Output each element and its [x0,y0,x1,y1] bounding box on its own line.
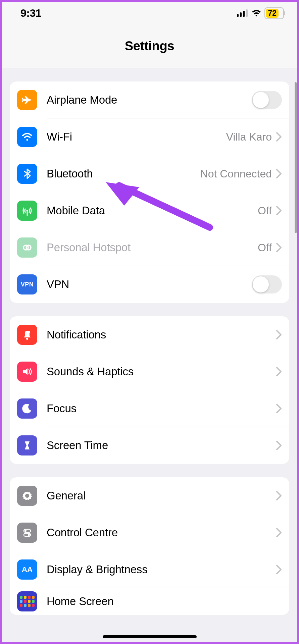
row-label: Personal Hotspot [47,241,258,254]
svg-point-12 [24,530,27,532]
svg-point-14 [28,534,30,536]
control-centre-icon [17,523,37,543]
connectivity-group: Airplane Mode Wi-Fi Villa Karo [10,82,289,303]
chevron-right-icon [276,132,282,142]
svg-point-4 [27,139,28,141]
notifications-icon [17,325,37,345]
row-label: Focus [47,402,276,415]
row-notifications[interactable]: Notifications [10,316,289,353]
row-label: Display & Brightness [47,563,276,576]
row-label: Mobile Data [47,204,258,217]
battery-percent: 72 [266,9,279,18]
chevron-right-icon [276,404,282,414]
row-focus[interactable]: Focus [10,390,289,427]
display-icon: AA [17,559,37,580]
row-label: General [47,489,276,502]
wifi-status-icon [251,9,262,17]
chevron-right-icon [276,330,282,340]
row-screen-time[interactable]: Screen Time [10,427,289,464]
row-airplane-mode[interactable]: Airplane Mode [10,82,289,118]
alerts-group: Notifications Sounds & Haptics [10,316,289,464]
sounds-icon [17,362,37,382]
row-bluetooth[interactable]: Bluetooth Not Connected [10,155,289,192]
bluetooth-icon [17,164,37,184]
row-detail: Villa Karo [226,131,272,143]
row-label: Sounds & Haptics [47,365,276,378]
row-label: Bluetooth [47,167,200,180]
row-sounds[interactable]: Sounds & Haptics [10,353,289,390]
svg-rect-3 [246,9,248,17]
status-bar: 9:31 72 [2,2,297,24]
hotspot-icon [17,237,37,258]
row-label: Airplane Mode [47,94,252,106]
row-mobile-data[interactable]: Mobile Data Off [10,192,289,229]
row-general[interactable]: General [10,477,289,514]
svg-rect-2 [243,11,245,17]
row-display[interactable]: AA Display & Brightness [10,551,289,588]
status-time: 9:31 [20,7,41,19]
row-label: Notifications [47,328,276,341]
row-control-centre[interactable]: Control Centre [10,514,289,551]
airplane-icon [17,90,37,110]
chevron-right-icon [276,206,282,216]
settings-content[interactable]: Airplane Mode Wi-Fi Villa Karo [2,68,297,642]
system-group: General Control Centre AA [10,477,289,615]
scrollbar[interactable] [295,82,297,233]
row-detail: Off [258,241,272,254]
row-label: Wi-Fi [47,130,226,143]
vpn-toggle[interactable] [252,275,282,293]
row-label: VPN [47,278,252,291]
vpn-icon: VPN [17,274,37,294]
home-screen-icon [17,591,37,611]
wifi-icon [17,127,37,147]
chevron-right-icon [276,528,282,538]
row-wifi[interactable]: Wi-Fi Villa Karo [10,118,289,155]
svg-point-10 [28,331,30,333]
battery-indicator: 72 [264,7,284,19]
cellular-signal-icon [237,9,248,17]
general-icon [17,486,37,506]
chevron-right-icon [276,491,282,501]
row-detail: Off [258,205,272,217]
screentime-icon [17,435,37,455]
row-detail: Not Connected [200,168,272,180]
home-indicator[interactable] [103,635,197,638]
svg-rect-1 [240,12,242,17]
chevron-right-icon [276,440,282,450]
page-title: Settings [125,39,175,53]
chevron-right-icon [276,169,282,179]
navigation-header: Settings [2,24,297,68]
chevron-right-icon [276,367,282,377]
row-home-screen[interactable]: Home Screen [10,588,289,615]
row-label: Screen Time [47,439,276,452]
svg-rect-0 [237,14,239,17]
row-label: Control Centre [47,526,276,539]
chevron-right-icon [276,565,282,575]
mobile-data-icon [17,201,37,221]
airplane-toggle[interactable] [252,91,282,109]
svg-point-9 [26,338,28,340]
focus-icon [17,398,37,419]
row-personal-hotspot[interactable]: Personal Hotspot Off [10,229,289,266]
row-label: Home Screen [47,595,282,608]
row-vpn[interactable]: VPN VPN [10,266,289,303]
chevron-right-icon [276,243,282,253]
